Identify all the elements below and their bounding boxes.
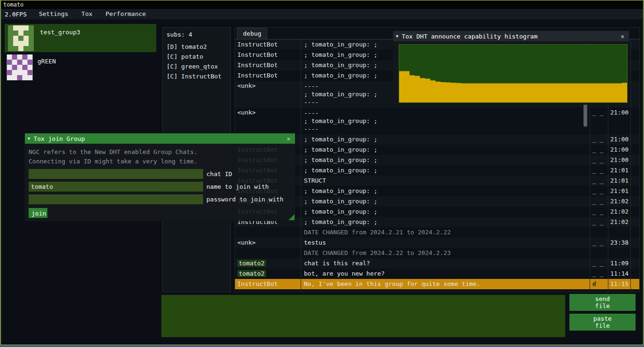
menu-bar: 2.0FPS SettingsToxPerformance — [1, 9, 643, 19]
column-divider — [630, 39, 631, 292]
message-status-flags — [590, 248, 608, 258]
message-text: ; tomato_in_group: ; — [301, 134, 590, 145]
close-icon[interactable]: ✕ — [619, 33, 626, 40]
member-list-item[interactable]: [C] potato — [163, 52, 230, 62]
message-text: bot, are you new here? — [301, 269, 590, 279]
paste-file-button-line2: file — [595, 322, 610, 329]
author-highlight: tomato2 — [237, 260, 266, 267]
paste-file-button[interactable]: paste file — [569, 314, 636, 331]
message-text: ; tomato_in_group: ; — [301, 165, 590, 176]
dht-histogram-window-titlebar[interactable]: ▼ Tox DHT announce capability histogram … — [393, 31, 629, 41]
message-text: chat is this real? — [301, 258, 590, 269]
resize-grip[interactable] — [288, 214, 295, 220]
chat-message-row[interactable]: InstructBot; tomato_in_group: ;_ _21:02 — [235, 217, 639, 227]
fps-counter: 2.0FPS — [1, 11, 32, 18]
join-group-window-body: NGC refers to the New DHT enabled Group … — [25, 144, 295, 218]
send-file-button-line1: send — [595, 295, 610, 302]
join-description-line2: Connecting via ID might take a very long… — [29, 157, 291, 166]
join-password-label: password to join with — [206, 196, 283, 203]
chat-message-row[interactable]: InstructBot; tomato_in_group: ;_ _21:02 — [235, 207, 639, 217]
member-list-item[interactable]: [C] green_qtox — [163, 62, 230, 71]
message-author: InstructBot — [235, 39, 301, 50]
chat-message-row[interactable]: <unk>----; tomato_in_group: ;----_ _21:0… — [235, 108, 639, 134]
message-author — [235, 248, 301, 258]
message-author: <unk> — [235, 81, 301, 108]
group-avatar — [7, 25, 35, 51]
join-group-window: ▼ Tox join Group ✕ NGC refers to the New… — [24, 133, 295, 221]
author-highlight: tomato2 — [237, 270, 266, 277]
message-timestamp: 11:15 — [608, 279, 630, 289]
date-separator-text: DATE CHANGED from 2024.2.21 to 2024.2.22 — [301, 227, 590, 238]
message-timestamp: 21:02 — [608, 217, 630, 227]
chat-message-row[interactable]: InstructBot; tomato_in_group: ;_ _21:01 — [235, 165, 639, 176]
join-password-input[interactable] — [29, 194, 203, 204]
chat-message-row[interactable]: InstructBot; tomato_in_group: ;_ _21:00 — [235, 134, 639, 145]
date-separator-text: DATE CHANGED from 2024.2.22 to 2024.2.23 — [301, 248, 590, 258]
message-author: InstructBot — [235, 50, 301, 60]
message-status-flags: _ _ — [590, 269, 608, 279]
message-status-flags: _ _ — [590, 108, 608, 134]
join-button[interactable]: join — [29, 208, 47, 218]
collapse-icon[interactable]: ▼ — [28, 136, 30, 141]
message-text: ; tomato_in_group: ; — [301, 186, 590, 196]
message-author: tomato2 — [235, 258, 301, 269]
send-file-button[interactable]: send file — [569, 294, 636, 311]
message-status-flags: _ _ — [590, 238, 608, 248]
message-timestamp: 23:38 — [608, 238, 630, 248]
message-text: ; tomato_in_group: ; — [301, 217, 590, 227]
chat-message-row[interactable]: InstructBot; tomato_in_group: ;_ _21:00 — [235, 145, 639, 155]
message-author: InstructBot — [235, 279, 301, 289]
tab-debug[interactable]: debug — [237, 28, 267, 39]
chat-message-row[interactable]: InstructBotSTRUCT_ _21:01 — [235, 176, 639, 186]
close-icon[interactable]: ✕ — [285, 135, 292, 142]
message-input[interactable] — [161, 295, 565, 337]
members-list: [D] tomato2[C] potato[C] green_qtox[C] I… — [163, 42, 230, 81]
chat-message-row[interactable]: InstructBot; tomato_in_group: ;_ _21:01 — [235, 186, 639, 196]
message-timestamp — [608, 227, 630, 238]
menu-item-performance[interactable]: Performance — [99, 9, 152, 19]
menu-item-settings[interactable]: Settings — [32, 9, 75, 19]
message-text: No, I've been in this group for quite so… — [301, 279, 590, 289]
chat-id-input[interactable] — [29, 169, 203, 179]
chat-message-row[interactable]: tomato2chat is this real?_ _11:09 — [235, 258, 639, 269]
message-timestamp: 11:14 — [608, 269, 630, 279]
join-name-input[interactable] — [29, 182, 203, 192]
member-list-item[interactable]: [D] tomato2 — [163, 42, 230, 52]
group-list-item-test_group3[interactable]: test_group3 — [5, 24, 156, 52]
member-list-item[interactable]: [C] InstructBot — [163, 71, 230, 81]
chat-message-row[interactable]: InstructBot; tomato_in_group: ;_ _21:00 — [235, 155, 639, 165]
message-text: ; tomato_in_group: ; — [301, 196, 590, 207]
chat-message-row[interactable]: <unk>testus_ _23:38 — [235, 238, 639, 248]
dht-histogram-plot[interactable] — [399, 44, 628, 103]
group-name: test_group3 — [40, 29, 80, 36]
group-name: gREEN — [38, 58, 56, 65]
message-status-flags: _ _ — [590, 207, 608, 217]
message-status-flags: _ _ — [590, 186, 608, 196]
message-timestamp: 21:00 — [608, 134, 630, 145]
date-separator-row[interactable]: DATE CHANGED from 2024.2.22 to 2024.2.23 — [235, 248, 639, 258]
join-group-window-title: Tox join Group — [33, 135, 85, 142]
message-status-flags: d — [590, 279, 608, 289]
chat-message-row[interactable]: InstructBotNo, I've been in this group f… — [235, 279, 639, 289]
app-window: tomato 2.0FPS SettingsToxPerformance tes… — [0, 0, 644, 345]
join-description-line1: NGC refers to the New DHT enabled Group … — [29, 147, 291, 157]
collapse-icon[interactable]: ▼ — [396, 34, 398, 39]
column-divider — [301, 39, 301, 292]
chat-message-row[interactable]: tomato2bot, are you new here?_ _11:14 — [235, 269, 639, 279]
message-text: ; tomato_in_group: ; — [301, 207, 590, 217]
message-timestamp: 21:02 — [608, 196, 630, 207]
date-separator-row[interactable]: DATE CHANGED from 2024.2.21 to 2024.2.22 — [235, 227, 639, 238]
menu-item-tox[interactable]: Tox — [75, 9, 99, 19]
message-text: testus — [301, 238, 590, 248]
message-author: InstructBot — [235, 70, 301, 81]
message-timestamp: 21:00 — [608, 145, 630, 155]
join-group-window-titlebar[interactable]: ▼ Tox join Group ✕ — [25, 133, 295, 144]
message-timestamp: 21:02 — [608, 207, 630, 217]
message-text: ; tomato_in_group: ; — [301, 145, 590, 155]
dht-histogram-window: ▼ Tox DHT announce capability histogram … — [393, 31, 629, 105]
send-file-button-line2: file — [595, 302, 610, 309]
group-list-item-green[interactable]: gREEN — [5, 53, 156, 81]
chat-message-row[interactable]: InstructBot; tomato_in_group: ;_ _21:02 — [235, 196, 639, 207]
message-status-flags: _ _ — [590, 196, 608, 207]
message-timestamp: 21:01 — [608, 165, 630, 176]
